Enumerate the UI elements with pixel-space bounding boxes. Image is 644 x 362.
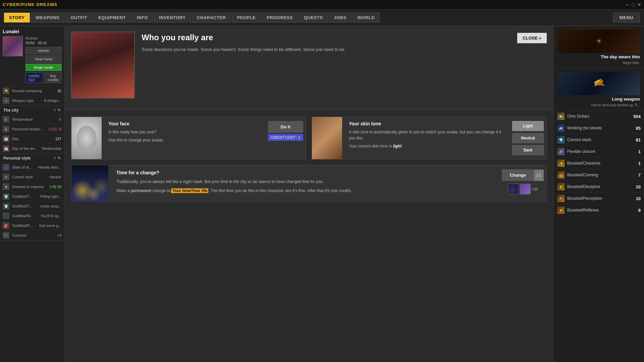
covered-icon: 🛡 <box>3 232 9 239</box>
skin-card-text1: A skin tone is automatically given to yo… <box>349 129 503 141</box>
skin-card-image <box>312 117 342 159</box>
style-icon-1[interactable]: + <box>54 156 56 161</box>
state-dress-value: Heavily dres... <box>38 165 61 169</box>
tab-weapons[interactable]: WEAPONS <box>31 13 65 22</box>
list-item: 👕 Outfitted/T... Under prep... <box>0 201 64 211</box>
resource-boosted-charisma: ✨ Boosted/Charisma 1 <box>554 158 644 169</box>
page-header-content: Who you really are Some decisions you've… <box>142 32 511 60</box>
player-section: Lunalei Actions 02/50 05:41 refresh clea… <box>0 26 64 86</box>
change-card-body: Time for a change? Traditionally, you've… <box>112 165 495 201</box>
clear-hand-button[interactable]: clear hand <box>25 55 62 63</box>
list-item: 🧥 Outfitted/W... You'll fit rig... <box>0 211 64 221</box>
weekday-label: Day of the we... <box>12 146 39 150</box>
list-item: 🌡 Temperature -8 <box>0 115 64 124</box>
day-icon: 📅 <box>3 135 9 142</box>
menu-button[interactable]: MENU <box>613 13 640 22</box>
face-skin-row: Your face Is this really how you look? U… <box>71 117 547 160</box>
center-content: Who you really are Some decisions you've… <box>64 26 553 362</box>
working-streets-icon: 🏙 <box>557 124 565 132</box>
tab-outfit[interactable]: OUTFIT <box>65 13 92 22</box>
left-sidebar: Lunalei Actions 02/50 05:41 refresh clea… <box>0 26 64 362</box>
covered-label: Covered <box>12 233 54 237</box>
day-wears-thin-title: The day wears thin <box>558 54 640 59</box>
tab-character[interactable]: CHARACTER <box>192 13 231 22</box>
night-thumb <box>508 184 519 194</box>
dressed-impress-value: (+8) 28 <box>50 185 61 189</box>
tab-inventory[interactable]: INVENTORY <box>154 13 191 22</box>
current-stash-icon: 💎 <box>557 136 565 143</box>
page-header: Who you really are Some decisions you've… <box>64 26 553 110</box>
rounds-label: Rounds remaining <box>12 89 55 93</box>
tab-equipment[interactable]: EQUIPMENT <box>93 13 131 22</box>
list-item: 🔫 Rounds remaining 15 <box>0 86 64 96</box>
boosted-perception-icon: 👁 <box>557 195 565 202</box>
list-item: 📅 Day 127 <box>0 134 64 144</box>
outfit-r-label: Outfitted/R... <box>12 224 37 228</box>
outfit-w-icon: 🧥 <box>3 213 9 219</box>
change-button-row: Change | 1 <box>502 169 544 181</box>
skin-card: Your skin tone A skin tone is automatica… <box>312 117 547 160</box>
list-item: ✦ Current style Hacker <box>0 172 64 182</box>
window-controls[interactable]: ─ □ ✕ <box>626 2 641 7</box>
current-stash-name: Current stash <box>567 137 633 142</box>
maximize-button[interactable]: □ <box>632 2 635 7</box>
list-item: 👗 State of dr... Heavily dres... <box>0 163 64 172</box>
list-item: 📅 Day of the we... Wednesday <box>0 144 64 154</box>
style-icon-2[interactable]: ✎ <box>57 156 61 161</box>
list-item: 🌡 Perceived tempe... (+22) -8 <box>0 124 64 134</box>
face-card-text2: Use this to change your avatar. <box>108 137 259 143</box>
outfit-t2-label: Outfitted/T... <box>12 204 37 208</box>
tab-info[interactable]: INFO <box>132 13 153 22</box>
weapon-icon: ⚔ <box>3 97 9 104</box>
boosted-discipline-icon: ⚡ <box>557 183 565 190</box>
current-stash-value: 81 <box>636 137 641 142</box>
close-window-button[interactable]: ✕ <box>637 2 641 7</box>
city-icon-2[interactable]: ✎ <box>57 108 61 113</box>
list-item: 👕 Outfitted/T... Fitting right... <box>0 192 64 201</box>
skin-light-button[interactable]: Light <box>512 121 544 131</box>
minimize-button[interactable]: ─ <box>626 2 629 7</box>
binge-mode-button[interactable]: binge mode <box>25 64 62 71</box>
skin-dark-button[interactable]: Dark <box>512 145 544 155</box>
change-button[interactable]: Change <box>502 169 534 181</box>
change-card-text2: Make a permanent change to Your time/You… <box>116 188 491 194</box>
tab-people[interactable]: PEOPLE <box>232 13 261 22</box>
tab-world[interactable]: WORLD <box>353 13 380 22</box>
face-card-image <box>71 117 102 159</box>
face-mask <box>76 126 97 151</box>
city-section: The city +✎ 🌡 Temperature -8 🌡 Perceived… <box>0 106 64 154</box>
boosted-charisma-name: Boosted/Charisma <box>567 161 636 166</box>
personal-style-section: Personal style +✎ 👗 State of dr... Heavi… <box>0 154 64 241</box>
right-sidebar: ☀ The day wears thin Night falls. 🔫 Long… <box>553 26 644 362</box>
player-info: Actions 02/50 05:41 refresh clear hand b… <box>3 36 61 83</box>
skin-neutral-button[interactable]: Neutral <box>512 133 544 143</box>
close-button[interactable]: CLOSE <box>517 33 547 43</box>
perceived-temp-value: (+22) -8 <box>48 127 61 131</box>
resource-boosted-perception: 👁 Boosted/Perception 10 <box>554 193 644 204</box>
flexible-closure-name: Flexible closure <box>567 149 636 154</box>
actions-row: 02/50 05:41 <box>25 41 62 45</box>
tab-story[interactable]: STORY <box>4 13 30 22</box>
flexible-closure-value: 1 <box>638 149 641 154</box>
outfit-w-value: You'll fit rig... <box>41 214 61 218</box>
long-weapon-image: 🔫 <box>558 72 640 95</box>
cards-area: Your face Is this really how you look? U… <box>64 110 553 208</box>
list-item: ★ Dressed to impress (+8) 28 <box>0 182 64 192</box>
tab-jobs[interactable]: JOBS <box>329 13 351 22</box>
refresh-button[interactable]: refresh <box>25 47 62 54</box>
city-icon-1[interactable]: + <box>54 108 56 113</box>
resource-boosted-reflexes: ⚡ Boosted/Reflexes 9 <box>554 204 644 216</box>
boosted-cunning-name: Boosted/Cunning <box>567 173 636 177</box>
titlebar: CYBER/PUNK DREAMS ─ □ ✕ <box>0 0 644 9</box>
list-item: ⚔ Weapon type A shotgu... <box>0 96 64 106</box>
change-card: Time for a change? Traditionally, you've… <box>71 165 547 202</box>
buy-credits-button[interactable]: buy credits <box>45 72 61 83</box>
tab-progress[interactable]: PROGRESS <box>262 13 298 22</box>
do-it-button[interactable]: Do it <box>268 121 303 133</box>
credit-cost-badge: CREDIT COST : 1 <box>268 134 303 141</box>
avatar <box>3 36 23 56</box>
boosted-charisma-value: 1 <box>638 161 641 166</box>
skin-card-body: Your skin tone A skin tone is automatica… <box>346 117 505 159</box>
tab-quests[interactable]: QUESTS <box>299 13 328 22</box>
face-card-body: Your face Is this really how you look? U… <box>106 117 261 159</box>
